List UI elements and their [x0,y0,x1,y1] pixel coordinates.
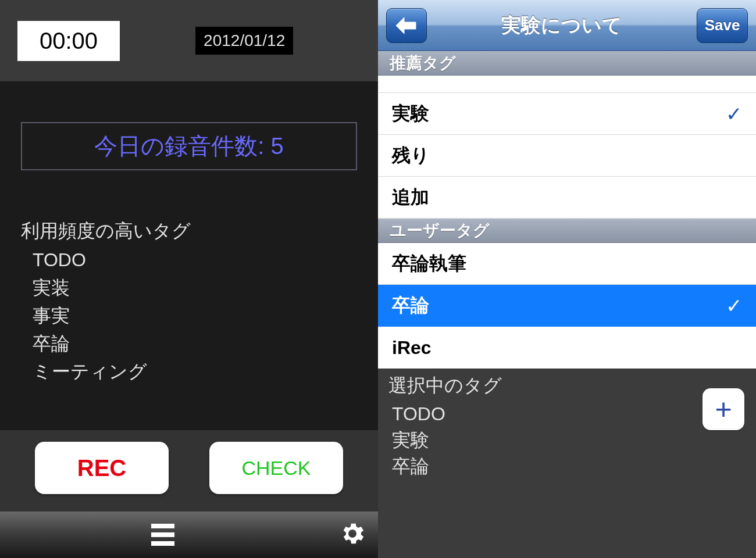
timer-display: 00:00 [17,21,120,61]
tag-row[interactable]: 実験 ✓ [378,93,756,135]
checkmark-icon: ✓ [726,294,742,317]
selected-tag-item[interactable]: 卒論 [388,453,746,480]
tag-label: iRec [392,337,432,359]
menu-icon[interactable] [151,524,174,546]
recording-count-label: 今日の録音件数: 5 [21,122,357,170]
rec-button[interactable]: REC [35,442,169,494]
frequent-tags-title: 利用頻度の高いタグ [21,217,357,245]
recorder-screen: 00:00 2012/01/12 今日の録音件数: 5 利用頻度の高いタグ TO… [0,0,378,558]
tag-row[interactable]: 追加 [378,177,756,219]
tag-row[interactable]: 卒論執筆 [378,243,756,285]
tag-selection-screen: 実験について Save 推薦タグ 実験 ✓ 残り 追加 ユーザータグ 卒論執筆 … [378,0,756,558]
frequent-tag-item[interactable]: 事実 [21,302,357,330]
tag-label: 残り [392,143,430,169]
check-button[interactable]: CHECK [209,442,343,494]
tag-row[interactable]: 残り [378,135,756,177]
frequent-tag-item[interactable]: 卒論 [21,330,357,357]
selected-tags-panel: 選択中のタグ TODO 実験 卒論 + [378,369,756,558]
frequent-tags-section: 利用頻度の高いタグ TODO 実装 事実 卒論 ミーティング [21,217,357,385]
selected-tag-item[interactable]: TODO [388,401,746,427]
tag-row-partial[interactable] [378,76,756,93]
nav-title: 実験について [501,12,622,39]
add-tag-button[interactable]: + [702,388,744,430]
selected-tag-item[interactable]: 実験 [388,427,746,453]
gear-icon[interactable] [338,520,366,550]
section-header-user: ユーザータグ [378,219,756,243]
tag-label: 卒論執筆 [392,251,466,277]
save-button[interactable]: Save [697,8,748,43]
recorder-header: 00:00 2012/01/12 [0,0,378,81]
tag-row-selected[interactable]: 卒論 ✓ [378,285,756,327]
checkmark-icon: ✓ [726,102,742,126]
bottom-toolbar [0,512,378,558]
tag-label: 実験 [392,101,429,127]
frequent-tag-item[interactable]: 実装 [21,274,357,302]
date-display: 2012/01/12 [195,27,293,55]
section-header-recommended: 推薦タグ [378,51,756,76]
nav-bar: 実験について Save [378,0,756,51]
back-button[interactable] [386,8,427,43]
frequent-tag-item[interactable]: TODO [21,246,357,274]
button-row: REC CHECK [0,430,378,512]
frequent-tag-item[interactable]: ミーティング [21,357,357,385]
selected-tags-title: 選択中のタグ [388,373,746,399]
tag-label: 卒論 [392,293,429,319]
tag-label: 追加 [392,185,429,210]
tag-row[interactable]: iRec [378,327,756,369]
